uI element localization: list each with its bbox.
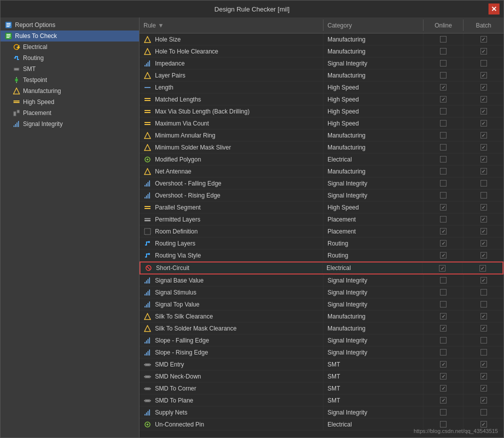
online-cell[interactable] bbox=[424, 334, 464, 346]
batch-cell[interactable] bbox=[464, 382, 504, 394]
online-checkbox[interactable] bbox=[440, 72, 446, 78]
online-cell[interactable] bbox=[424, 154, 464, 165]
online-checkbox[interactable] bbox=[440, 144, 446, 150]
batch-checkbox[interactable] bbox=[480, 240, 487, 246]
sidebar-item-high-speed[interactable]: High Speed bbox=[0, 96, 139, 108]
batch-cell[interactable] bbox=[464, 310, 504, 322]
batch-cell[interactable] bbox=[464, 322, 504, 334]
batch-cell[interactable] bbox=[464, 118, 504, 129]
batch-cell[interactable] bbox=[462, 262, 502, 274]
batch-cell[interactable] bbox=[464, 190, 504, 201]
online-cell[interactable] bbox=[424, 394, 464, 406]
batch-cell[interactable] bbox=[464, 130, 504, 141]
online-cell[interactable] bbox=[424, 106, 464, 117]
batch-checkbox[interactable] bbox=[480, 60, 487, 66]
online-cell[interactable] bbox=[424, 250, 464, 261]
batch-checkbox[interactable] bbox=[480, 120, 487, 126]
batch-cell[interactable] bbox=[464, 106, 504, 117]
online-cell[interactable] bbox=[424, 286, 464, 298]
online-cell[interactable] bbox=[424, 34, 464, 45]
online-checkbox[interactable] bbox=[440, 96, 446, 102]
online-checkbox[interactable] bbox=[440, 421, 446, 428]
batch-checkbox[interactable] bbox=[480, 385, 487, 392]
batch-cell[interactable] bbox=[464, 154, 504, 165]
batch-checkbox[interactable] bbox=[480, 180, 487, 186]
online-checkbox[interactable] bbox=[440, 48, 446, 54]
online-checkbox[interactable] bbox=[440, 84, 446, 90]
batch-checkbox[interactable] bbox=[480, 289, 487, 296]
batch-cell[interactable] bbox=[464, 298, 504, 310]
sidebar-item-routing[interactable]: Routing bbox=[0, 52, 139, 64]
batch-cell[interactable] bbox=[464, 46, 504, 57]
batch-checkbox[interactable] bbox=[480, 349, 487, 356]
online-cell[interactable] bbox=[422, 262, 462, 274]
online-checkbox[interactable] bbox=[440, 325, 446, 332]
sidebar-item-rules-to-check[interactable]: Rules To Check bbox=[0, 30, 139, 42]
batch-cell[interactable] bbox=[464, 166, 504, 177]
batch-cell[interactable] bbox=[464, 358, 504, 370]
batch-cell[interactable] bbox=[464, 70, 504, 81]
online-cell[interactable] bbox=[424, 94, 464, 105]
sidebar-item-report-options[interactable]: Report Options bbox=[0, 20, 139, 30]
online-cell[interactable] bbox=[424, 382, 464, 394]
online-checkbox[interactable] bbox=[440, 108, 446, 114]
batch-checkbox[interactable] bbox=[480, 192, 487, 198]
online-checkbox[interactable] bbox=[440, 36, 446, 42]
batch-cell[interactable] bbox=[464, 82, 504, 93]
batch-checkbox[interactable] bbox=[480, 36, 487, 42]
batch-cell[interactable] bbox=[464, 334, 504, 346]
online-checkbox[interactable] bbox=[440, 289, 446, 296]
online-cell[interactable] bbox=[424, 406, 464, 418]
online-checkbox[interactable] bbox=[440, 337, 446, 344]
online-checkbox[interactable] bbox=[440, 301, 446, 308]
batch-cell[interactable] bbox=[464, 34, 504, 45]
sidebar-item-electrical[interactable]: ⚡ Electrical bbox=[0, 42, 139, 52]
online-cell[interactable] bbox=[424, 322, 464, 334]
batch-checkbox[interactable] bbox=[480, 228, 487, 234]
batch-checkbox[interactable] bbox=[480, 409, 487, 416]
online-cell[interactable] bbox=[424, 118, 464, 129]
online-checkbox[interactable] bbox=[440, 373, 446, 380]
online-checkbox[interactable] bbox=[440, 60, 446, 66]
batch-cell[interactable] bbox=[464, 250, 504, 261]
batch-checkbox[interactable] bbox=[480, 48, 487, 54]
online-checkbox[interactable] bbox=[440, 204, 446, 210]
batch-checkbox[interactable] bbox=[480, 361, 487, 368]
batch-cell[interactable] bbox=[464, 406, 504, 418]
online-cell[interactable] bbox=[424, 226, 464, 237]
online-cell[interactable] bbox=[424, 46, 464, 57]
batch-cell[interactable] bbox=[464, 346, 504, 358]
sidebar-item-testpoint[interactable]: Testpoint bbox=[0, 74, 139, 86]
online-checkbox[interactable] bbox=[440, 277, 446, 284]
online-cell[interactable] bbox=[424, 130, 464, 141]
online-checkbox[interactable] bbox=[440, 216, 446, 222]
batch-checkbox[interactable] bbox=[480, 373, 487, 380]
batch-cell[interactable] bbox=[464, 238, 504, 249]
batch-cell[interactable] bbox=[464, 94, 504, 105]
online-cell[interactable] bbox=[424, 178, 464, 189]
batch-checkbox[interactable] bbox=[480, 132, 487, 138]
batch-cell[interactable] bbox=[464, 286, 504, 298]
batch-checkbox[interactable] bbox=[480, 72, 487, 78]
batch-checkbox[interactable] bbox=[480, 108, 487, 114]
batch-cell[interactable] bbox=[464, 58, 504, 69]
batch-cell[interactable] bbox=[464, 202, 504, 213]
batch-checkbox[interactable] bbox=[480, 144, 487, 150]
online-cell[interactable] bbox=[424, 370, 464, 382]
online-cell[interactable] bbox=[424, 70, 464, 81]
batch-checkbox[interactable] bbox=[480, 168, 487, 174]
batch-checkbox[interactable] bbox=[480, 96, 487, 102]
online-checkbox[interactable] bbox=[439, 265, 446, 272]
sidebar-item-signal-integrity[interactable]: Signal Integrity bbox=[0, 118, 139, 130]
online-checkbox[interactable] bbox=[440, 409, 446, 416]
online-checkbox[interactable] bbox=[440, 397, 446, 404]
online-checkbox[interactable] bbox=[440, 156, 446, 162]
online-checkbox[interactable] bbox=[440, 168, 446, 174]
online-cell[interactable] bbox=[424, 142, 464, 153]
batch-checkbox[interactable] bbox=[480, 325, 487, 332]
batch-cell[interactable] bbox=[464, 178, 504, 189]
batch-cell[interactable] bbox=[464, 226, 504, 237]
online-cell[interactable] bbox=[424, 190, 464, 201]
online-checkbox[interactable] bbox=[440, 192, 446, 198]
batch-checkbox[interactable] bbox=[480, 397, 487, 404]
